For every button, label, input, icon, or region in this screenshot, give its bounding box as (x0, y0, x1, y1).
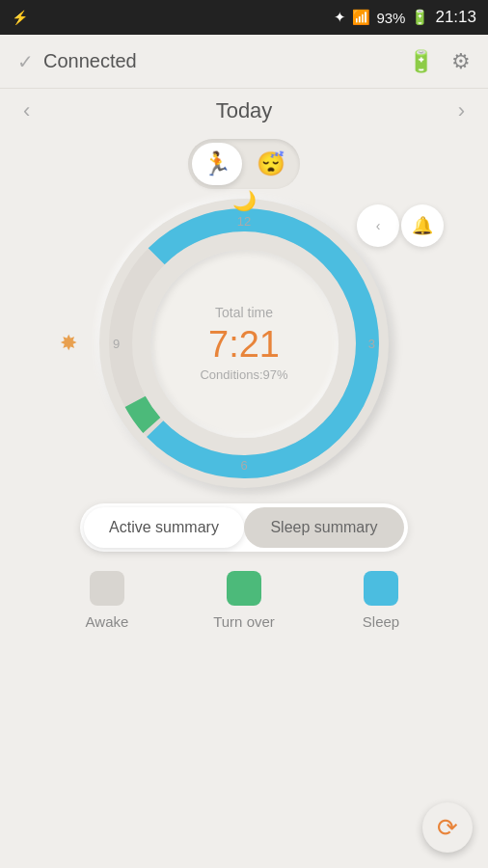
device-battery-icon[interactable]: 🔋 (408, 49, 434, 74)
connected-right: 🔋 ⚙ (408, 49, 471, 74)
awake-label: Awake (86, 613, 129, 630)
legend-sleep: Sleep (312, 571, 449, 630)
settings-icon[interactable]: ⚙ (451, 49, 471, 74)
mode-toggle: 🏃 😴 (0, 139, 488, 189)
bluetooth-icon: ✦ (334, 9, 346, 26)
signal-icon: 📶 (352, 9, 370, 26)
chevron-left-icon: ‹ (376, 218, 381, 233)
battery-percent: 93% (376, 10, 405, 26)
legend-awake: Awake (39, 571, 176, 630)
summary-tabs: Active summary Sleep summary (80, 503, 408, 552)
status-right: ✦ 📶 93% 🔋 21:13 (334, 8, 476, 27)
clock-12: 12 (237, 214, 251, 229)
sleep-dot (364, 571, 398, 606)
total-time-value: 7:21 (208, 324, 280, 366)
connected-text: Connected (43, 50, 137, 72)
active-summary-tab[interactable]: Active summary (84, 507, 244, 548)
toggle-container: 🏃 😴 (188, 139, 300, 189)
clock-9: 9 (113, 337, 120, 351)
donut-chart: 12 3 6 9 Total time 7:21 Conditions:97% (99, 199, 389, 488)
status-bar: ⚡ ✦ 📶 93% 🔋 21:13 (0, 0, 488, 35)
legend-turnover: Turn over (176, 571, 312, 630)
fab-icon: ⟳ (437, 813, 458, 843)
fab-button[interactable]: ⟳ (422, 802, 473, 853)
bell-button[interactable]: ‹ (357, 204, 399, 247)
total-time-label: Total time (215, 305, 273, 320)
connected-left: ✓ Connected (17, 50, 137, 73)
chart-area: 🌙 ✸ ‹ 🔔 12 3 6 9 Total time 7:21 Condi (0, 199, 488, 488)
turnover-dot (227, 571, 261, 606)
check-icon: ✓ (17, 50, 34, 73)
battery-icon: 🔋 (411, 9, 429, 26)
clock-3: 3 (368, 337, 375, 351)
moon-icon: 🌙 (232, 189, 257, 212)
sleep-label: Sleep (363, 613, 399, 630)
sleep-summary-tab[interactable]: Sleep summary (244, 507, 404, 548)
nav-title: Today (216, 98, 273, 123)
connected-bar: ✓ Connected 🔋 ⚙ (0, 35, 488, 89)
bell-icon: 🔔 (412, 215, 433, 236)
sleep-mode-button[interactable]: 😴 (246, 143, 296, 185)
activity-mode-button[interactable]: 🏃 (192, 143, 242, 185)
status-left: ⚡ (12, 10, 28, 25)
clock-status: 21:13 (435, 8, 476, 27)
notification-button[interactable]: 🔔 (401, 204, 444, 247)
sun-icon: ✸ (60, 331, 77, 356)
conditions-text: Conditions:97% (200, 367, 287, 382)
awake-dot (90, 571, 124, 606)
donut-inner: Total time 7:21 Conditions:97% (150, 250, 339, 438)
prev-arrow[interactable]: ‹ (23, 98, 30, 123)
bell-area: ‹ 🔔 (357, 204, 444, 247)
next-arrow[interactable]: › (458, 98, 465, 123)
nav-bar: ‹ Today › (0, 89, 488, 133)
turnover-label: Turn over (213, 613, 275, 630)
clock-6: 6 (240, 458, 247, 473)
usb-icon: ⚡ (12, 10, 28, 25)
legend-row: Awake Turn over Sleep (0, 571, 488, 630)
